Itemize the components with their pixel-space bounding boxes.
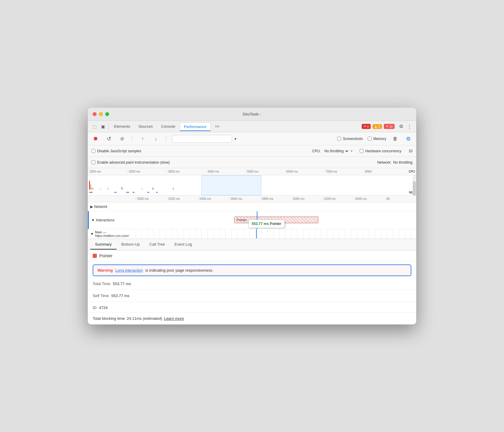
minimize-button[interactable]: [99, 112, 103, 116]
memory-label: Memory: [373, 137, 386, 141]
main-track[interactable]: ▼ Main — https://edition.cnn.com/: [88, 229, 416, 239]
cpu-net-overview[interactable]: NET: [88, 175, 416, 196]
url-input[interactable]: [172, 135, 232, 143]
interactions-track-label[interactable]: ▼ Interactions: [89, 213, 137, 228]
tab-sources[interactable]: Sources: [134, 122, 157, 130]
scrollbar-thumb[interactable]: [413, 181, 416, 196]
tab-elements[interactable]: Elements: [110, 122, 134, 130]
total-time-value: 553.77 ms: [113, 282, 131, 286]
memory-checkbox[interactable]: [368, 137, 372, 141]
tick-6000: 6000 ms: [285, 170, 324, 173]
more-icon[interactable]: ⋮: [405, 122, 414, 131]
download-button[interactable]: ↓: [152, 135, 160, 143]
warn-icon: ▲: [374, 125, 378, 128]
nav-tabs: ⬚ ▣ Elements Sources Console Performance…: [88, 121, 416, 132]
cpu-throttle-select[interactable]: No throttling: [323, 148, 349, 154]
cpu-dropdown-icon: ▾: [351, 149, 352, 153]
traffic-lights: [93, 112, 109, 116]
window-title: DevTools -: [243, 112, 261, 116]
cpu-label: CPU:: [312, 149, 321, 153]
error-count-1: 4: [367, 125, 369, 128]
divider-1: [88, 290, 416, 290]
interactions-track-content[interactable]: Pointer 553.77 ms Pointer: [137, 211, 416, 229]
long-interaction-link[interactable]: Long interaction: [115, 268, 143, 273]
cpu-bar: [100, 188, 101, 190]
id-label: ID: [93, 305, 97, 310]
screenshots-checkbox-label[interactable]: Screenshots: [337, 137, 363, 141]
hw-concurrency-label[interactable]: Hardware concurrency: [360, 149, 401, 153]
cpu-bar: [122, 188, 123, 190]
self-time-value: 553.77 ms: [111, 293, 129, 298]
cursor-icon[interactable]: ⬚: [90, 122, 99, 131]
screenshots-checkbox[interactable]: [337, 137, 341, 141]
error-badge-2[interactable]: ✕ 16: [384, 124, 395, 129]
device-icon[interactable]: ▣: [99, 122, 107, 131]
warning-text: is indicating poor page responsiveness.: [145, 268, 213, 273]
record-button[interactable]: ⏺: [91, 135, 100, 143]
interactions-track[interactable]: ▼ Interactions Pointer 553.77 ms Pointer: [88, 211, 416, 229]
main-track-content[interactable]: [136, 229, 416, 238]
tab-console[interactable]: Console: [157, 122, 180, 130]
network-track-content: [136, 202, 416, 211]
network-track-label[interactable]: ▶ Network: [88, 205, 136, 209]
cpu-bar: [173, 188, 174, 190]
tick-8000: 8000: [364, 170, 403, 173]
tooltip: 553.77 ms Pointer: [248, 220, 285, 228]
tick-4000: 4000 ms: [206, 170, 245, 173]
js-samples-checkbox[interactable]: [91, 149, 95, 153]
overview-timeline-header: 1000 ms 2000 ms 3000 ms 4000 ms 5000 ms …: [88, 168, 416, 175]
tab-bottom-up[interactable]: Bottom-Up: [117, 240, 145, 250]
pointer-header: Pointer: [88, 250, 416, 261]
main-expand-icon: ▼: [90, 232, 94, 236]
close-button[interactable]: [93, 112, 97, 116]
total-blocking-row: Total blocking time: 24.11ms (estimated)…: [88, 312, 416, 324]
tab-more[interactable]: >>: [211, 122, 224, 130]
tooltip-label-text: Pointer: [270, 222, 281, 226]
summary-panel: Pointer Warning Long interaction is indi…: [88, 250, 416, 324]
gear-button[interactable]: ⚙: [404, 135, 413, 143]
detail-tick-6: 6000 ms: [291, 197, 323, 200]
upload-button[interactable]: ↑: [138, 135, 147, 143]
network-track[interactable]: ▶ Network: [88, 202, 416, 211]
detail-tick-3: 5400 ms: [198, 197, 229, 200]
tab-summary[interactable]: Summary: [90, 240, 117, 250]
dropdown-icon: ▾: [234, 136, 236, 141]
self-time-label: Self Time: [93, 293, 109, 298]
separator2: [166, 136, 166, 142]
tick-1000: 1000 ms: [88, 170, 127, 173]
js-samples-label[interactable]: Disable JavaScript samples: [91, 149, 141, 153]
network-label: Network: [94, 205, 107, 209]
paint-instrumentation-text: Enable advanced paint instrumentation (s…: [97, 160, 170, 165]
hw-concurrency-checkbox[interactable]: [360, 149, 364, 153]
paint-instrumentation-label[interactable]: Enable advanced paint instrumentation (s…: [91, 160, 170, 165]
tab-event-log[interactable]: Event Log: [170, 240, 197, 250]
cpu-bar: [93, 188, 94, 190]
warning-box: Warning Long interaction is indicating p…: [93, 264, 411, 276]
main-track-label[interactable]: ▼ Main — https://edition.cnn.com/: [88, 230, 136, 238]
memory-checkbox-label[interactable]: Memory: [368, 137, 386, 141]
total-blocking-text: Total blocking time: 24.11ms (estimated): [93, 316, 162, 321]
network-expand-icon: ▶: [90, 205, 93, 209]
learn-more-link[interactable]: Learn more: [164, 316, 184, 321]
cpu-bar: [121, 187, 122, 190]
overview-ruler: 1000 ms 2000 ms 3000 ms 4000 ms 5000 ms …: [88, 170, 403, 173]
stop-button[interactable]: ⊘: [118, 135, 126, 143]
net-dot: [89, 192, 93, 193]
maximize-button[interactable]: [105, 112, 109, 116]
detail-tick-7: 6200 ms: [323, 197, 354, 200]
pointer-bar-label: Pointer: [236, 218, 247, 222]
paint-instrumentation-checkbox[interactable]: [91, 160, 95, 164]
error-icon-2: ✕: [386, 124, 388, 128]
cpu-bar: [89, 181, 90, 190]
overview-scrollbar[interactable]: [413, 175, 416, 195]
trash-button[interactable]: 🗑: [391, 135, 399, 143]
reload-button[interactable]: ↺: [105, 135, 113, 143]
interactions-label: Interactions: [96, 218, 114, 222]
warn-badge[interactable]: ▲ 2: [372, 124, 382, 129]
settings-icon[interactable]: ⚙: [397, 122, 405, 131]
tick-5000: 5000 ms: [245, 170, 285, 173]
net-dot: [133, 192, 135, 193]
tab-performance[interactable]: Performance: [180, 122, 211, 131]
tab-call-tree[interactable]: Call Tree: [145, 240, 170, 250]
error-badge-1[interactable]: ✕ 4: [362, 124, 371, 129]
